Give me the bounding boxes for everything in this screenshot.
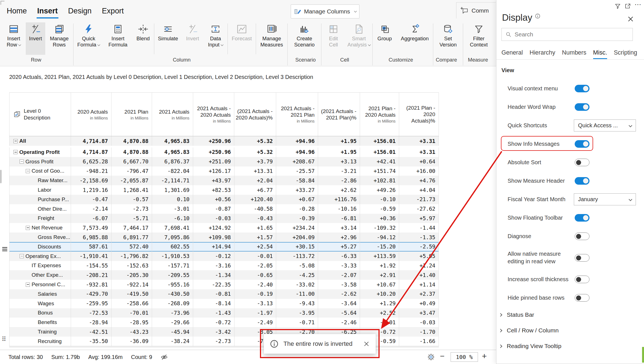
value-cell[interactable]: -0.65 xyxy=(235,270,276,280)
column-header-2020-actuals[interactable]: 2020 Actualsin Millions xyxy=(71,93,112,136)
value-cell[interactable]: +2.62 xyxy=(318,185,360,195)
value-cell[interactable]: -3.21 xyxy=(318,166,360,176)
value-cell[interactable]: -2.49 xyxy=(235,318,276,327)
value-cell[interactable]: -72.53 xyxy=(71,308,112,318)
value-cell[interactable]: -2,114.71 xyxy=(152,176,193,185)
row-label-cell[interactable]: Recruiting xyxy=(10,337,71,346)
table-row[interactable]: Cost of Goo...-948.21-796.47-822.04+126.… xyxy=(9,166,439,176)
value-cell[interactable]: +94.96 xyxy=(276,136,318,146)
value-cell[interactable]: -1.97 xyxy=(235,308,276,318)
table-row[interactable]: Net Revenue7,573.497,464.177,698.41+124.… xyxy=(9,223,439,233)
table-row[interactable]: Raw Mater...-2,158.69-2,055.87-2,114.71+… xyxy=(9,176,439,185)
value-cell[interactable]: -0.87 xyxy=(193,204,235,214)
value-cell[interactable]: -5.71 xyxy=(112,214,152,223)
set-version-button[interactable]: SetVersion xyxy=(433,22,463,55)
value-cell[interactable]: -8.14 xyxy=(193,299,235,308)
value-cell[interactable]: -3.42 xyxy=(193,327,235,337)
column-header-2021-actuals-2021-plan[interactable]: 2021 Actuals - 2021 Planin Millions xyxy=(276,93,318,136)
value-cell[interactable]: 7,464.17 xyxy=(112,223,152,233)
settings-gear-icon[interactable] xyxy=(427,353,435,361)
value-cell[interactable]: -70.01 xyxy=(112,308,152,318)
row-label-cell[interactable]: Discounts xyxy=(10,242,71,252)
table-row[interactable]: Freight-6.07-5.71-6.10-0.03-0.43-0.39-6.… xyxy=(9,214,439,223)
row-label-cell[interactable]: Wages xyxy=(10,299,71,308)
manage-rows-button[interactable]: ManageRows xyxy=(45,22,73,55)
table-row[interactable]: Benefits-28.94-28.95-29.66-0.72-2.49-0.7… xyxy=(9,318,439,327)
value-cell[interactable]: -430.50 xyxy=(152,289,193,299)
row-label-cell[interactable]: Labor xyxy=(10,185,71,195)
value-cell[interactable]: +2.96 xyxy=(318,233,360,242)
value-cell[interactable]: -1.66 xyxy=(399,337,439,346)
value-cell[interactable]: 4,965.83 xyxy=(152,136,193,146)
value-cell[interactable]: +3.31 xyxy=(399,147,439,157)
section-reading-view-tooltip[interactable]: Reading View Tooltip xyxy=(496,338,644,354)
value-cell[interactable]: -94.12 xyxy=(360,233,399,242)
table-row[interactable]: Bonus-72.53-70.01-73.96-1.43-1.97-3.95-5… xyxy=(9,308,439,318)
create-scenario-button[interactable]: CreateScenario xyxy=(288,22,321,55)
value-cell[interactable]: -43.23 xyxy=(112,327,152,337)
row-label-cell[interactable]: Salaries xyxy=(10,289,71,299)
column-header-2021-actuals-2020-actuals[interactable]: 2021 Actuals - 2020 Actualsin Millions xyxy=(193,93,235,136)
value-cell[interactable]: +5.32 xyxy=(234,136,276,146)
value-cell[interactable]: -6.33 xyxy=(318,252,360,261)
value-cell[interactable]: -22.35 xyxy=(193,280,235,289)
value-cell[interactable]: +109.98 xyxy=(193,233,235,242)
value-cell[interactable]: -11.00 xyxy=(276,289,318,299)
value-cell[interactable]: -15.20 xyxy=(360,242,399,252)
row-label-cell[interactable]: Operating Profit xyxy=(10,147,71,157)
value-cell[interactable]: -29.66 xyxy=(152,318,193,327)
value-cell[interactable]: +0.56 xyxy=(193,195,235,204)
tab-export[interactable]: Export xyxy=(101,6,125,16)
value-cell[interactable]: -259.95 xyxy=(71,299,112,308)
value-cell[interactable]: -0.01 xyxy=(360,318,399,327)
value-cell[interactable]: -1.35 xyxy=(399,233,439,242)
value-cell[interactable]: +30.15 xyxy=(276,242,318,252)
panel-search[interactable] xyxy=(501,28,633,41)
value-cell[interactable]: +5.32 xyxy=(234,147,276,157)
value-cell[interactable]: -268.09 xyxy=(152,299,193,308)
table-row[interactable]: Wages-259.95-258.66-268.09-8.14-3.13-9.4… xyxy=(9,299,439,308)
value-cell[interactable]: 1,301.69 xyxy=(152,185,193,195)
value-cell[interactable]: +1.95 xyxy=(318,147,360,157)
drag-dots-icon[interactable]: ⠿ xyxy=(2,336,6,343)
value-cell[interactable]: 6,891.77 xyxy=(112,233,152,242)
value-cell[interactable]: +10.20 xyxy=(360,289,399,299)
value-cell[interactable]: -1,796.82 xyxy=(112,252,152,261)
table-row[interactable]: Salaries-429.70-419.50-430.50-0.81-0.19-… xyxy=(9,289,439,299)
comment-button[interactable]: Comm xyxy=(456,2,496,18)
value-cell[interactable]: 4,870.88 xyxy=(112,136,152,146)
value-cell[interactable]: -9.43 xyxy=(276,299,318,308)
value-cell[interactable]: -0.19 xyxy=(235,289,276,299)
value-cell[interactable]: +33.27 xyxy=(276,185,318,195)
value-cell[interactable]: -1.44 xyxy=(399,223,439,233)
table-row[interactable]: Operating Ex...-1,910.41-1,796.82-1,910.… xyxy=(9,252,439,261)
tab-insert[interactable]: Insert xyxy=(36,6,59,16)
value-cell[interactable]: 6,985.88 xyxy=(71,233,112,242)
value-cell[interactable]: +5.95 xyxy=(399,252,439,261)
row-label-cell[interactable]: Bonus xyxy=(10,308,71,318)
panel-tab-general[interactable]: General xyxy=(501,49,523,58)
value-cell[interactable]: +151.74 xyxy=(360,166,399,176)
manage-columns-button[interactable]: Manage Columns xyxy=(291,4,359,18)
row-drag-handle-icon[interactable] xyxy=(2,247,7,248)
table-row[interactable]: Operating Profit4,714.874,870.884,965.83… xyxy=(9,147,439,157)
value-cell[interactable]: -0.01 xyxy=(235,252,276,261)
row-label-cell[interactable]: Personnel C... xyxy=(10,280,71,289)
toggle-diagnose[interactable] xyxy=(575,233,589,240)
value-cell[interactable]: +126.17 xyxy=(193,166,235,176)
value-cell[interactable]: -3.64 xyxy=(318,299,360,308)
edit-cell-button[interactable]: EditCell xyxy=(321,22,345,55)
value-cell[interactable]: -3.13 xyxy=(235,299,276,308)
dropdown-fiscal-year-start-month[interactable]: January xyxy=(574,193,636,205)
value-cell[interactable]: -33.02 xyxy=(276,280,318,289)
value-cell[interactable]: -0.28 xyxy=(276,204,318,214)
value-cell[interactable]: -429.70 xyxy=(71,289,112,299)
toggle-allow-native-measure-editing-in-read-view[interactable] xyxy=(575,254,589,262)
collapse-icon[interactable] xyxy=(20,159,24,164)
value-cell[interactable]: -0.81 xyxy=(193,289,235,299)
value-cell[interactable]: +16.00 xyxy=(399,166,439,176)
column-header-2021-actuals-2021-plan[interactable]: (2021 Actuals - 2021 Plan)% xyxy=(318,93,360,136)
column-header-level0[interactable]: Level 0 Description xyxy=(10,93,71,136)
tab-design[interactable]: Design xyxy=(67,6,93,16)
value-cell[interactable]: -922.14 xyxy=(112,280,152,289)
